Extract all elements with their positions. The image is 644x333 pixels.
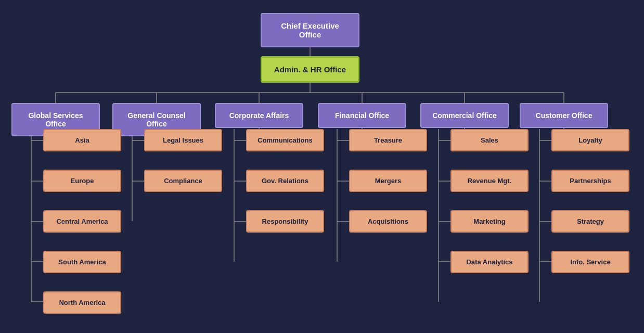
sub-responsibility: Responsibility [246,210,324,233]
sub-data-analytics: Data Analytics [450,251,529,273]
sub-gov-relations: Gov. Relations [246,170,324,192]
admin-node: Admin. & HR Office [261,56,359,83]
sub-revenue-mgt: Revenue Mgt. [450,170,529,192]
dept-corporate: Corporate Affairs [215,103,303,128]
sub-south-america: South America [43,251,121,273]
sub-mergers: Mergers [349,170,427,192]
dept-customer: Customer Office [520,103,608,128]
sub-legal-issues: Legal Issues [144,129,222,151]
sub-treasure: Treasure [349,129,427,151]
sub-central-america: Central America [43,210,121,233]
ceo-node: Chief Executive Office [261,13,359,47]
sub-info-service: Info. Service [551,251,629,273]
org-chart: Chief Executive Office Admin. & HR Offic… [0,0,644,333]
sub-loyalty: Loyalty [551,129,629,151]
sub-acquisitions: Acquisitions [349,210,427,233]
sub-partnerships: Partnerships [551,170,629,192]
dept-commercial: Commercial Office [420,103,509,128]
sub-europe: Europe [43,170,121,192]
sub-marketing: Marketing [450,210,529,233]
dept-financial: Financial Office [318,103,406,128]
sub-strategy: Strategy [551,210,629,233]
sub-asia: Asia [43,129,121,151]
sub-north-america: North America [43,291,121,314]
sub-sales: Sales [450,129,529,151]
sub-communications: Communications [246,129,324,151]
sub-compliance: Compliance [144,170,222,192]
connector-lines [0,0,644,333]
